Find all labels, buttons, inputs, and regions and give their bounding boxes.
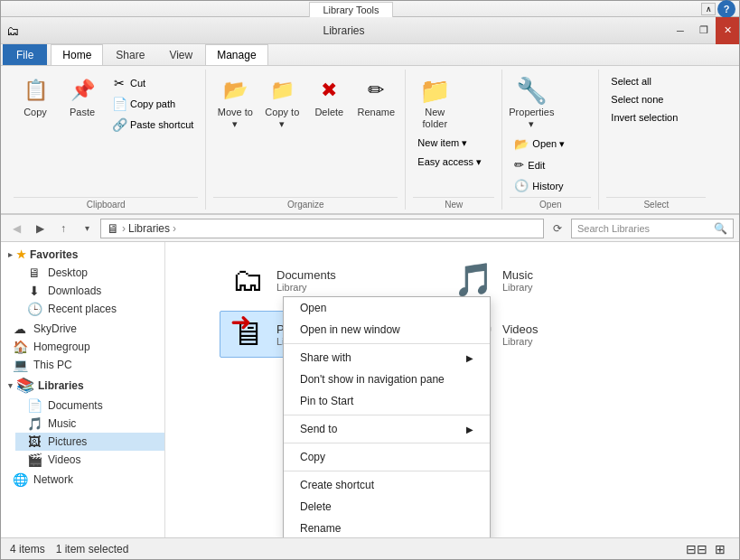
- select-none-button[interactable]: Select none: [606, 91, 706, 107]
- cm-open-label: Open: [300, 302, 326, 314]
- cm-delete-label: Delete: [300, 500, 332, 513]
- move-to-label: Move to ▾: [216, 107, 254, 130]
- collapse-ribbon-btn[interactable]: ∧: [701, 3, 716, 15]
- sidebar-item-network[interactable]: 🌐 Network: [1, 471, 164, 489]
- copy-button[interactable]: 📋 Copy: [14, 73, 57, 127]
- cm-delete[interactable]: Delete: [284, 496, 490, 518]
- cm-rename[interactable]: Rename: [284, 518, 490, 537]
- sidebar-item-downloads[interactable]: ⬇ Downloads: [15, 282, 164, 300]
- up-btn[interactable]: ↑: [53, 219, 73, 238]
- cm-sep-3: [284, 443, 490, 443]
- new-folder-button[interactable]: 📁 New folder: [413, 73, 456, 133]
- cm-send-to[interactable]: Send to ▶: [284, 418, 490, 440]
- downloads-icon: ⬇: [26, 284, 42, 298]
- sidebar-downloads-label: Downloads: [48, 285, 101, 297]
- copy-path-button[interactable]: 📄 Copy path: [108, 94, 198, 114]
- sidebar-item-desktop[interactable]: 🖥 Desktop: [15, 264, 164, 282]
- cm-dont-show[interactable]: Don't show in navigation pane: [284, 369, 490, 390]
- paste-shortcut-button[interactable]: 🔗 Paste shortcut: [108, 115, 198, 135]
- search-placeholder: Search Libraries: [577, 223, 650, 234]
- back-btn[interactable]: ◀: [6, 219, 26, 238]
- details-view-btn[interactable]: ⊟⊟: [687, 541, 707, 557]
- sidebar-item-pictures[interactable]: 🖼 Pictures: [15, 433, 164, 451]
- selection-info: 1 item selected: [56, 543, 129, 555]
- refresh-btn[interactable]: ⟳: [548, 219, 567, 238]
- sidebar-item-thispc[interactable]: 💻 This PC: [1, 356, 164, 374]
- ribbon-group-new: 📁 New folder New item ▾ Easy access ▾ Ne…: [406, 70, 502, 210]
- open-label: Open ▾: [532, 138, 565, 150]
- cm-copy[interactable]: Copy: [284, 446, 490, 468]
- paste-button[interactable]: 📌 Paste: [61, 73, 104, 127]
- new-item-button[interactable]: New item ▾: [413, 135, 494, 152]
- paste-shortcut-icon: 🔗: [112, 117, 126, 132]
- new-content: 📁 New folder New item ▾ Easy access ▾: [413, 71, 494, 195]
- documents-lib-info: Documents Library: [276, 268, 336, 293]
- cm-sep-1: [284, 343, 490, 344]
- sidebar-item-videos[interactable]: 🎬 Videos: [15, 451, 164, 469]
- cm-open[interactable]: Open: [284, 297, 490, 319]
- history-button[interactable]: 🕒 History: [510, 176, 591, 195]
- move-to-button[interactable]: 📂 Move to ▾: [213, 73, 257, 133]
- properties-button[interactable]: 🔧 Properties ▾: [510, 73, 553, 133]
- large-icons-view-btn[interactable]: ⊞: [710, 541, 730, 557]
- organize-group-label: Organize: [213, 197, 398, 210]
- breadcrumb-libraries[interactable]: Libraries: [128, 222, 170, 235]
- sidebar-item-documents[interactable]: 📄 Documents: [15, 397, 164, 415]
- recent-locations-btn[interactable]: ▾: [77, 219, 97, 238]
- favorites-children: 🖥 Desktop ⬇ Downloads 🕒 Recent places: [1, 264, 164, 318]
- tab-home[interactable]: Home: [51, 44, 103, 65]
- sidebar-libraries-header[interactable]: ▾ 📚 Libraries: [1, 374, 164, 397]
- forward-btn[interactable]: ▶: [30, 219, 50, 238]
- ribbon-group-organize: 📂 Move to ▾ 📁 Copy to ▾ ✖ Delete ✏ Renam…: [206, 70, 406, 210]
- tab-share[interactable]: Share: [104, 44, 156, 65]
- select-content: Select all Select none Invert selection: [606, 71, 706, 195]
- cm-pin-start-label: Pin to Start: [300, 395, 353, 407]
- restore-btn[interactable]: ❐: [692, 17, 716, 44]
- network-icon: 🌐: [12, 472, 28, 487]
- breadcrumb-sep-1: ›: [122, 222, 126, 235]
- select-all-button[interactable]: Select all: [606, 73, 706, 89]
- cm-open-new-window[interactable]: Open in new window: [284, 319, 490, 341]
- sidebar-item-music[interactable]: 🎵 Music: [15, 415, 164, 433]
- open-button[interactable]: 📂 Open ▾: [510, 135, 591, 154]
- tab-manage[interactable]: Manage: [205, 44, 267, 65]
- cm-pin-start[interactable]: Pin to Start: [284, 390, 490, 412]
- breadcrumb[interactable]: 🖥 › Libraries ›: [100, 219, 544, 238]
- delete-button[interactable]: ✖ Delete: [307, 73, 351, 127]
- cut-button[interactable]: ✂ Cut: [108, 73, 198, 93]
- close-btn[interactable]: ✕: [716, 17, 739, 44]
- copy-to-label: Copy to ▾: [263, 107, 301, 130]
- breadcrumb-sep-2: ›: [173, 222, 176, 235]
- help-btn[interactable]: ?: [717, 0, 735, 18]
- music-lib-name: Music: [502, 268, 533, 282]
- sidebar-item-recent[interactable]: 🕒 Recent places: [15, 300, 164, 318]
- sidebar-desktop-label: Desktop: [48, 266, 88, 279]
- rename-label: Rename: [358, 107, 396, 118]
- copy-icon: 📋: [21, 76, 50, 105]
- open-group-label: Open: [510, 197, 591, 210]
- sidebar-item-homegroup[interactable]: 🏠 Homegroup: [1, 338, 164, 356]
- open-content: 🔧 Properties ▾ 📂 Open ▾ ✏ Edit 🕒: [510, 71, 591, 195]
- search-box[interactable]: Search Libraries 🔍: [571, 219, 734, 238]
- sidebar-favorites-header[interactable]: ▸ ★ Favorites: [1, 246, 164, 264]
- tab-view[interactable]: View: [157, 44, 204, 65]
- cm-send-to-label: Send to: [300, 423, 337, 435]
- cm-rename-label: Rename: [300, 522, 341, 535]
- documents-lib-icon: 🗂: [228, 261, 267, 299]
- tab-file[interactable]: File: [3, 44, 47, 65]
- copy-to-button[interactable]: 📁 Copy to ▾: [260, 73, 304, 133]
- history-icon: 🕒: [514, 179, 529, 192]
- cm-create-shortcut[interactable]: Create shortcut: [284, 474, 490, 496]
- edit-button[interactable]: ✏ Edit: [510, 155, 591, 174]
- sidebar-item-skydrive[interactable]: ☁ SkyDrive: [1, 320, 164, 338]
- easy-access-button[interactable]: Easy access ▾: [413, 154, 494, 171]
- cm-share-with[interactable]: Share with ▶: [284, 347, 490, 369]
- cm-copy-label: Copy: [300, 451, 325, 463]
- invert-selection-button[interactable]: Invert selection: [606, 109, 706, 126]
- minimize-btn[interactable]: ─: [669, 17, 692, 44]
- ribbon-group-clipboard: 📋 Copy 📌 Paste ✂ Cut 📄: [6, 70, 206, 210]
- clipboard-group-label: Clipboard: [14, 197, 198, 210]
- rename-button[interactable]: ✏ Rename: [354, 73, 398, 127]
- copy-path-icon: 📄: [112, 97, 126, 111]
- videos-icon: 🎬: [26, 453, 42, 467]
